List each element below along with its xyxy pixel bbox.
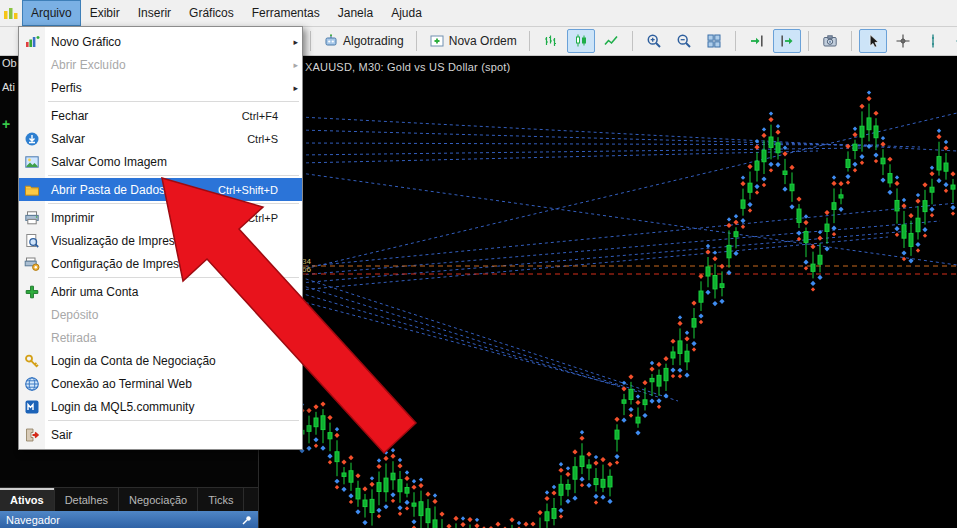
menu-item-label: Abrir Excluído <box>45 58 278 72</box>
tab-negociacao[interactable]: Negociação <box>119 488 198 511</box>
horizontal-line-button[interactable] <box>949 29 957 53</box>
algotrading-icon <box>323 33 339 49</box>
candles-chart-button[interactable] <box>567 29 595 53</box>
menu-separator <box>48 203 299 204</box>
menu-item-login-da-mql5-community[interactable]: Login da MQL5.community <box>19 395 302 418</box>
menu-bar: ArquivoExibirInserirGráficosFerramentasJ… <box>0 0 957 27</box>
menu-ajuda[interactable]: Ajuda <box>382 0 431 26</box>
menu-item-novo-grafico[interactable]: Novo Gráfico▸ <box>19 30 302 53</box>
menu-item-shortcut: Ctrl+Shift+D <box>218 184 286 196</box>
menu-item-label: Conexão ao Terminal Web <box>45 377 278 391</box>
clipped-panel-text: Ati <box>2 81 15 93</box>
menu-item-configuracao-de-impressao[interactable]: Configuração de Impressão <box>19 252 302 275</box>
submenu-arrow-icon: ▸ <box>286 37 298 47</box>
vertical-line-button[interactable] <box>919 29 947 53</box>
chart-area[interactable]: 3466 XAUUSD, M30: Gold vs US Dollar (spo… <box>258 55 957 528</box>
cursor-button[interactable] <box>859 29 887 53</box>
menu-item-label: Visualização de Impressão <box>45 234 278 248</box>
menu-item-abrir-pasta-de-dados[interactable]: Abrir Pasta de DadosCtrl+Shift+D <box>19 178 302 201</box>
zoom-in-icon <box>646 33 662 49</box>
app-logo-icon <box>0 0 22 26</box>
clipped-panel-text: Ob <box>2 57 17 69</box>
toolbar-separator <box>851 31 852 51</box>
algotrading-button[interactable]: Algotrading <box>318 29 409 53</box>
bars-chart-icon <box>543 33 559 49</box>
menu-inserir[interactable]: Inserir <box>129 0 180 26</box>
menu-item-label: Imprimir <box>45 211 247 225</box>
zoom-out-icon <box>676 33 692 49</box>
line-chart-button[interactable] <box>597 29 625 53</box>
folder-icon <box>19 182 45 198</box>
zoom-in-button[interactable] <box>640 29 668 53</box>
menu-exibir[interactable]: Exibir <box>81 0 129 26</box>
menu-item-visualizacao-de-impressao[interactable]: Visualização de Impressão <box>19 229 302 252</box>
file-menu-dropdown: Novo Gráfico▸Abrir Excluído▸Perfis▸Fecha… <box>18 26 303 450</box>
svg-text:66: 66 <box>302 265 311 274</box>
tab-ativos[interactable]: Ativos <box>0 488 55 511</box>
crosshair-icon <box>895 33 911 49</box>
chart-shift-icon <box>779 33 795 49</box>
cursor-icon <box>865 33 881 49</box>
menu-graficos[interactable]: Gráficos <box>180 0 243 26</box>
tab-ticks[interactable]: Ticks <box>198 488 244 511</box>
tile-windows-icon <box>706 33 722 49</box>
submenu-arrow-icon: ▸ <box>286 60 298 70</box>
menu-item-label: Perfis <box>45 81 278 95</box>
menu-item-sair[interactable]: Sair <box>19 423 302 446</box>
toolbox-tabs: AtivosDetalhesNegociaçãoTicks <box>0 487 258 511</box>
menu-item-label: Retirada <box>45 331 278 345</box>
menu-separator <box>48 175 299 176</box>
menu-separator <box>48 420 299 421</box>
menu-ferramentas[interactable]: Ferramentas <box>243 0 329 26</box>
menu-item-perfis[interactable]: Perfis▸ <box>19 76 302 99</box>
menu-item-imprimir[interactable]: ImprimirCtrl+P <box>19 206 302 229</box>
crosshair-button[interactable] <box>889 29 917 53</box>
tab-detalhes[interactable]: Detalhes <box>55 488 119 511</box>
menu-item-label: Salvar Como Imagem <box>45 155 278 169</box>
nova-ordem-button[interactable]: Nova Ordem <box>424 29 522 53</box>
menu-separator <box>48 101 299 102</box>
navigator-title: Navegador <box>6 514 60 526</box>
auto-scroll-button[interactable] <box>743 29 771 53</box>
toolbar-separator <box>529 31 530 51</box>
menu-item-salvar-como-imagem[interactable]: Salvar Como Imagem <box>19 150 302 173</box>
menu-arquivo[interactable]: Arquivo <box>22 0 81 26</box>
pin-icon[interactable] <box>242 515 252 525</box>
auto-scroll-icon <box>749 33 765 49</box>
algotrading-button-label: Algotrading <box>343 34 404 48</box>
menu-item-abrir-excluido: Abrir Excluído▸ <box>19 53 302 76</box>
save-icon <box>19 131 45 147</box>
clipped-plus-text: + <box>2 116 10 132</box>
price-chart: 3466 <box>258 55 957 528</box>
menu-item-shortcut: Ctrl+P <box>247 212 286 224</box>
menu-janela[interactable]: Janela <box>329 0 382 26</box>
menu-item-fechar[interactable]: FecharCtrl+F4 <box>19 104 302 127</box>
print-setup-icon <box>19 256 45 272</box>
menu-item-login-da-conta-de-negociacao[interactable]: Login da Conta de Negociação <box>19 349 302 372</box>
bars-chart-button[interactable] <box>537 29 565 53</box>
zoom-out-button[interactable] <box>670 29 698 53</box>
candles-chart-icon <box>573 33 589 49</box>
menu-item-salvar[interactable]: SalvarCtrl+S <box>19 127 302 150</box>
menu-item-conexao-ao-terminal-web[interactable]: Conexão ao Terminal Web <box>19 372 302 395</box>
toolbar-separator <box>808 31 809 51</box>
menu-item-label: Login da Conta de Negociação <box>45 354 278 368</box>
image-icon <box>19 154 45 170</box>
toolbar-separator <box>632 31 633 51</box>
menu-item-shortcut: Ctrl+F4 <box>242 110 286 122</box>
add-account-icon <box>19 284 45 300</box>
globe-icon <box>19 376 45 392</box>
toolbar-separator <box>310 31 311 51</box>
key-icon <box>19 353 45 369</box>
camera-icon <box>822 33 838 49</box>
menu-item-label: Abrir Pasta de Dados <box>45 183 218 197</box>
nova-ordem-icon <box>429 33 445 49</box>
menu-item-abrir-uma-conta[interactable]: Abrir uma Conta <box>19 280 302 303</box>
chart-shift-button[interactable] <box>773 29 801 53</box>
menu-separator <box>48 277 299 278</box>
navigator-titlebar: Navegador <box>0 511 258 528</box>
tile-windows-button[interactable] <box>700 29 728 53</box>
screenshot-button[interactable] <box>816 29 844 53</box>
submenu-arrow-icon: ▸ <box>286 83 298 93</box>
menu-item-label: Novo Gráfico <box>45 35 278 49</box>
